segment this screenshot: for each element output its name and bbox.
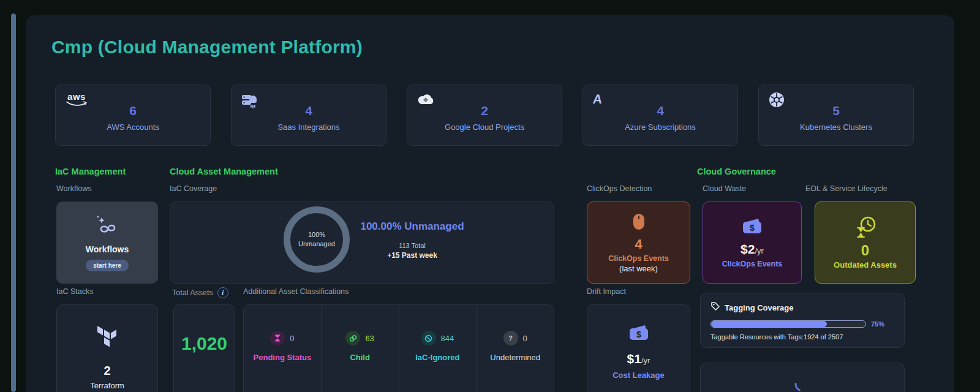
google-cloud-icon [417, 92, 434, 110]
card-label-total-assets: Total Assets i [172, 287, 228, 298]
waste-amount: $2 [741, 242, 755, 257]
card-label-clickops-detection: ClickOps Detection [587, 184, 652, 193]
hourglass-icon [270, 331, 285, 345]
classification-name: Undetermined [490, 353, 540, 362]
total-assets-label: Total Assets [172, 288, 213, 297]
stat-label: Azure Subscriptions [625, 123, 696, 132]
drift-unit: /yr [641, 356, 650, 365]
stat-card-aws-accounts[interactable]: aws 6 AWS Accounts [55, 85, 211, 146]
outdated-title: Outdated Assets [834, 260, 897, 270]
classification-child[interactable]: 63 Child [322, 305, 399, 392]
tagging-title: Tagging Coverage [725, 303, 793, 312]
stat-label: Kubernetes Clusters [800, 123, 872, 132]
stat-value: 2 [481, 104, 488, 118]
stat-card-azure-subscriptions[interactable]: A 4 Azure Subscriptions [582, 85, 738, 146]
clickops-title: ClickOps Events [608, 254, 669, 263]
vertical-scrollbar[interactable] [11, 13, 16, 392]
stat-label: AWS Accounts [107, 123, 159, 132]
classification-count: 844 [441, 334, 454, 343]
stat-card-google-cloud-projects[interactable]: 2 Google Cloud Projects [407, 85, 562, 146]
card-label-drift-impact: Drift Impact [587, 287, 626, 296]
iac-coverage-card[interactable]: 100% Unmanaged 100.00% Unmanaged 113 Tot… [170, 202, 554, 284]
card-label-workflows: Workflows [56, 184, 91, 193]
section-title-cloud-asset-management: Cloud Asset Management [170, 167, 278, 176]
asset-classifications-card: 0 Pending Status 63 Child [243, 304, 554, 392]
ban-icon [421, 331, 436, 345]
wallet-icon: $ [628, 323, 650, 344]
clickops-subtitle: (last week) [619, 264, 658, 273]
stat-value: 4 [657, 104, 664, 118]
svg-text:$: $ [750, 223, 755, 233]
card-label-iac-coverage: IaC Coverage [170, 184, 217, 193]
classification-count: 63 [365, 334, 374, 343]
classification-undetermined[interactable]: ? 0 Undetermined [477, 305, 554, 392]
terraform-count: 2 [104, 364, 110, 378]
classification-count: 0 [290, 334, 294, 343]
loading-spinner-icon [794, 375, 811, 392]
unmanaged-percent: 100.00% Unmanaged [348, 221, 477, 233]
classification-name: IaC-Ignored [415, 353, 459, 362]
workflows-card[interactable]: Workflows start here [56, 202, 158, 284]
clickops-count: 4 [635, 236, 642, 252]
aws-icon: aws [66, 92, 88, 110]
donut-center-label: 100% Unmanaged [298, 230, 335, 249]
tag-icon [710, 301, 720, 314]
outdated-assets-card[interactable]: 0 Outdated Assets [815, 202, 916, 284]
kubernetes-icon [769, 92, 785, 110]
loading-card [700, 363, 905, 392]
terraform-icon [97, 326, 118, 352]
card-label-iac-stacks: IaC Stacks [56, 287, 93, 296]
classification-name: Child [350, 353, 370, 362]
svg-text:$: $ [636, 330, 641, 339]
question-icon: ? [503, 331, 518, 345]
total-assets-value: 1,020 [181, 333, 227, 392]
iac-stacks-card[interactable]: 2 Terraform [56, 304, 158, 392]
clock-hourglass-icon [853, 216, 878, 241]
coverage-delta: +15 Past week [348, 251, 477, 260]
classification-count: 0 [523, 334, 527, 343]
workflows-card-title: Workflows [86, 244, 129, 254]
cloud-waste-card[interactable]: $ $2 /yr ClickOps Events [703, 202, 802, 284]
card-label-eol-service-lifecycle: EOL & Service Lifecycle [805, 184, 888, 193]
tagging-coverage-card[interactable]: Tagging Coverage 75% Taggable Resources … [700, 293, 905, 348]
waste-unit: /yr [755, 246, 763, 255]
tagging-progress-fill [711, 321, 827, 327]
stat-card-saas-integrations[interactable]: 4 Saas Integrations [231, 85, 386, 146]
classification-name: Pending Status [254, 353, 312, 362]
waste-title: ClickOps Events [722, 260, 783, 268]
card-label-additional-asset-classifications: Additional Asset Classifications [243, 287, 349, 296]
classification-pending-status[interactable]: 0 Pending Status [244, 305, 322, 392]
stat-value: 6 [129, 104, 137, 118]
drift-amount: $1 [627, 352, 641, 366]
outdated-count: 0 [861, 242, 869, 259]
link-icon [345, 331, 360, 345]
cmp-dashboard: Cmp (Cloud Management Platform) aws 6 AW… [0, 0, 980, 392]
drift-title: Cost Leakage [612, 371, 665, 380]
total-assets-card[interactable]: 1,020 [173, 304, 235, 392]
start-here-badge: start here [86, 260, 129, 271]
stat-value: 5 [832, 104, 840, 118]
tagging-subtitle: Taggable Resources with Tags:1924 of 250… [710, 333, 894, 341]
iac-coverage-donut: 100% Unmanaged [284, 206, 350, 273]
wallet-icon: $ [741, 217, 763, 238]
coverage-total: 113 Total [348, 242, 477, 249]
azure-icon: A [593, 92, 602, 110]
iac-coverage-summary: 100.00% Unmanaged 113 Total +15 Past wee… [348, 221, 477, 260]
tagging-percent: 75% [871, 320, 884, 328]
saas-icon [241, 92, 258, 110]
stat-label: Google Cloud Projects [445, 123, 524, 132]
info-icon[interactable]: i [217, 287, 228, 298]
section-title-cloud-governance: Cloud Governance [697, 167, 776, 176]
tagging-progress-track [710, 320, 866, 328]
stat-value: 4 [305, 104, 312, 118]
classification-iac-ignored[interactable]: 844 IaC-Ignored [399, 305, 477, 392]
section-title-iac-management: IaC Management [55, 167, 126, 176]
clickops-events-card[interactable]: 4 ClickOps Events (last week) [587, 202, 690, 284]
drift-impact-card[interactable]: $ $1 /yr Cost Leakage [587, 304, 690, 392]
card-label-cloud-waste: Cloud Waste [703, 184, 746, 193]
stat-label: Saas Integrations [277, 123, 339, 132]
stat-card-kubernetes-clusters[interactable]: 5 Kubernetes Clusters [758, 85, 914, 146]
workflow-icon [94, 214, 121, 239]
mouse-icon [632, 213, 646, 233]
terraform-title: Terraform [90, 381, 124, 390]
